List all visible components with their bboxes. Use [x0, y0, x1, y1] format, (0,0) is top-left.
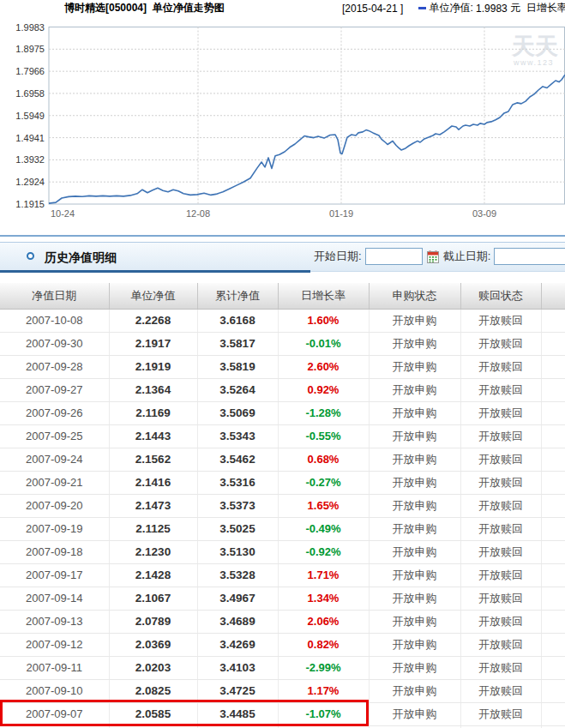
cell-nav: 2.0585 — [109, 702, 197, 725]
table-row: 2007-10-082.22683.61681.60%开放申购开放赎回 — [0, 309, 565, 332]
cell-acc: 3.5343 — [197, 424, 278, 448]
cell-date: 2007-09-28 — [0, 355, 109, 378]
table-row: 2007-09-272.13643.52640.92%开放申购开放赎回 — [0, 378, 565, 401]
cell-date: 2007-09-17 — [0, 563, 109, 587]
svg-text:1.4941: 1.4941 — [15, 133, 45, 143]
cell-redeem: 开放赎回 — [460, 448, 541, 471]
cell-purchase: 开放申购 — [369, 656, 460, 679]
end-date-input[interactable] — [494, 248, 565, 265]
cell-purchase: 开放申购 — [369, 702, 460, 725]
svg-text:1.1915: 1.1915 — [15, 199, 45, 209]
svg-text:1.6958: 1.6958 — [15, 88, 45, 99]
cell-redeem: 开放赎回 — [460, 378, 541, 401]
cell-redeem: 开放赎回 — [460, 702, 541, 725]
cell-date: 2007-09-26 — [0, 401, 109, 424]
cell-purchase: 开放申购 — [369, 332, 460, 355]
cell-rate: 2.06% — [278, 610, 369, 633]
svg-text:1.9983: 1.9983 — [15, 22, 45, 33]
cell-nav: 2.0203 — [109, 656, 197, 679]
cell-redeem: 开放赎回 — [460, 587, 541, 610]
chart-header: 博时精选[050004] 单位净值走势图 [2015-04-21 ] 单位净值:… — [0, 0, 565, 15]
start-date-input[interactable] — [365, 248, 423, 265]
cell-rate: 2.60% — [278, 355, 369, 378]
start-date-label: 开始日期: — [314, 249, 362, 264]
cell-date: 2007-09-10 — [0, 679, 109, 702]
cell-nav: 2.1919 — [109, 355, 197, 378]
cell-purchase: 开放申购 — [369, 355, 460, 378]
growth-rate-label: 日增长率: — [520, 1, 565, 15]
svg-text:1.7966: 1.7966 — [15, 66, 45, 76]
table-row: 2007-09-112.02033.4103-2.99%开放申购开放赎回 — [0, 656, 565, 679]
cell-purchase: 开放申购 — [369, 610, 460, 633]
cell-redeem: 开放赎回 — [460, 355, 541, 378]
cell-spacer — [541, 378, 565, 401]
section-divider — [0, 235, 565, 237]
end-date-label: 截止日期: — [443, 249, 491, 264]
svg-text:天天: 天天 — [511, 33, 558, 59]
cell-redeem: 开放赎回 — [460, 424, 541, 448]
cell-redeem: 开放赎回 — [460, 494, 541, 517]
cell-acc: 3.5462 — [197, 448, 278, 471]
chart-legend: [2015-04-21 ] 单位净值: 1.9983 元 日增长率: 3.6 — [342, 1, 565, 15]
table-body: 2007-10-082.22683.61681.60%开放申购开放赎回2007-… — [0, 309, 565, 725]
cell-purchase: 开放申购 — [369, 309, 460, 332]
cell-spacer — [541, 540, 565, 563]
cell-spacer — [541, 355, 565, 378]
cell-redeem: 开放赎回 — [460, 471, 541, 494]
cell-spacer — [541, 633, 565, 656]
cell-acc: 3.4725 — [197, 679, 278, 702]
cell-spacer — [541, 471, 565, 494]
table-row: 2007-09-252.14433.5343-0.55%开放申购开放赎回 — [0, 424, 565, 448]
nav-history-table: 净值日期 单位净值 累计净值 日增长率 申购状态 赎回状态 2007-10-08… — [0, 283, 565, 728]
cell-spacer — [541, 610, 565, 633]
cell-redeem: 开放赎回 — [460, 656, 541, 679]
cell-redeem: 开放赎回 — [460, 401, 541, 424]
cell-purchase: 开放申购 — [369, 401, 460, 424]
section-title: 历史净值明细 — [45, 250, 117, 266]
cell-purchase: 开放申购 — [369, 679, 460, 702]
cell-date: 2007-09-21 — [0, 471, 109, 494]
cell-nav: 2.1125 — [109, 517, 197, 540]
cell-purchase: 开放申购 — [369, 378, 460, 401]
cell-redeem: 开放赎回 — [460, 517, 541, 540]
header-redeem-status: 赎回状态 — [460, 283, 541, 309]
cell-redeem: 开放赎回 — [460, 633, 541, 656]
table-row: 2007-09-242.15623.54620.68%开放申购开放赎回 — [0, 448, 565, 471]
cell-spacer — [541, 517, 565, 540]
cell-nav: 2.1917 — [109, 332, 197, 355]
cell-acc: 3.5819 — [197, 355, 278, 378]
cell-nav: 2.1364 — [109, 378, 197, 401]
table-row: 2007-09-202.14733.53731.65%开放申购开放赎回 — [0, 494, 565, 517]
table-row: 2007-09-132.07893.46892.06%开放申购开放赎回 — [0, 610, 565, 633]
cell-acc: 3.5130 — [197, 540, 278, 563]
cell-date: 2007-09-14 — [0, 587, 109, 610]
cell-spacer — [541, 702, 565, 725]
cell-nav: 2.0825 — [109, 679, 197, 702]
cell-purchase: 开放申购 — [369, 424, 460, 448]
cell-rate: 1.34% — [278, 587, 369, 610]
svg-text:1.2924: 1.2924 — [15, 177, 45, 187]
cell-rate: -0.55% — [278, 424, 369, 448]
chart-date-label: [2015-04-21 ] — [342, 3, 403, 15]
cell-acc: 3.5069 — [197, 401, 278, 424]
calendar-icon[interactable] — [427, 250, 439, 263]
table-row: 2007-09-192.11253.5025-0.49%开放申购开放赎回 — [0, 517, 565, 540]
cell-date: 2007-10-08 — [0, 309, 109, 332]
cell-acc: 3.5373 — [197, 494, 278, 517]
cell-redeem: 开放赎回 — [460, 540, 541, 563]
cell-date: 2007-09-11 — [0, 656, 109, 679]
nav-legend-marker-icon — [418, 7, 426, 9]
table-row: 2007-09-172.14283.53281.71%开放申购开放赎回 — [0, 563, 565, 587]
header-growth-rate: 日增长率 — [278, 283, 369, 309]
cell-acc: 3.4485 — [197, 702, 278, 725]
cell-spacer — [541, 332, 565, 355]
table-row: 2007-09-102.08253.47251.17%开放申购开放赎回 — [0, 679, 565, 702]
header-unit-nav: 单位净值 — [109, 283, 197, 309]
cell-rate: -2.99% — [278, 656, 369, 679]
cell-acc: 3.5316 — [197, 471, 278, 494]
cell-spacer — [541, 563, 565, 587]
cell-date: 2007-09-18 — [0, 540, 109, 563]
cell-acc: 3.5328 — [197, 563, 278, 587]
cell-purchase: 开放申购 — [369, 587, 460, 610]
cell-rate: 1.65% — [278, 494, 369, 517]
